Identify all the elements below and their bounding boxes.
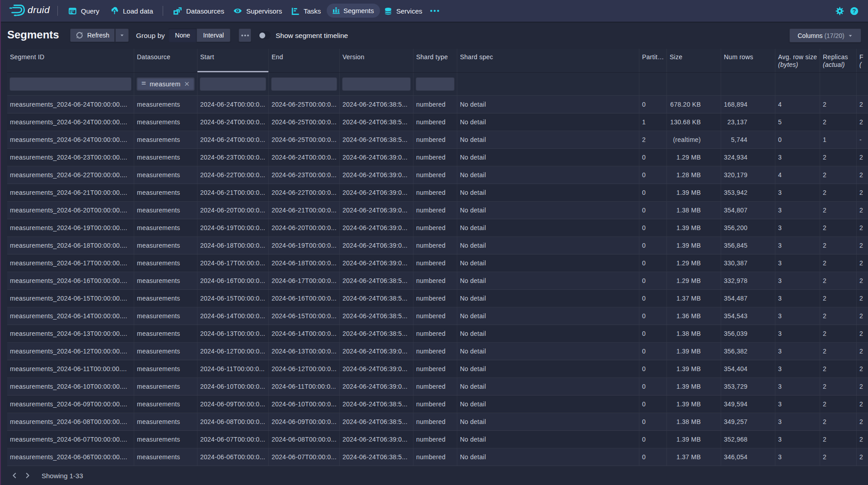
svg-text:?: ? [853, 8, 856, 14]
